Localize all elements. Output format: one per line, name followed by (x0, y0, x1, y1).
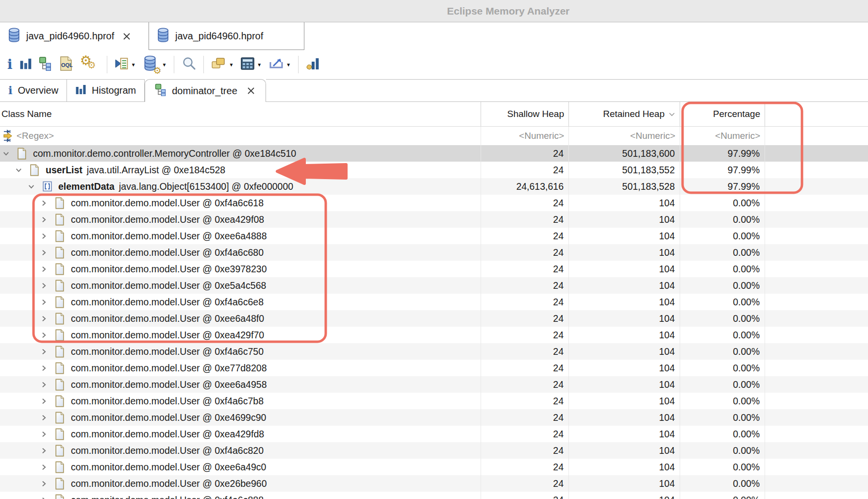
chevron-right-icon[interactable] (39, 462, 49, 472)
object-document-icon (55, 445, 65, 456)
shallow-heap-cell: 24 (481, 310, 569, 327)
class-name-filter-input[interactable]: <Regex> (0, 127, 481, 145)
column-header-class-name[interactable]: Class Name (0, 102, 481, 126)
empty-cell (765, 178, 868, 195)
dominator-tree-button[interactable] (35, 54, 55, 75)
dropdown-arrow-icon[interactable]: ▼ (162, 62, 167, 67)
tree-row[interactable]: userListjava.util.ArrayList @ 0xe184c528… (0, 162, 868, 178)
tab-dominator-tree[interactable]: dominator_tree (145, 79, 266, 102)
empty-cell (765, 492, 868, 499)
dropdown-arrow-icon[interactable]: ▼ (286, 62, 291, 67)
tree-row[interactable]: com.monitor.demo.model.User @ 0xe3978230… (0, 261, 868, 277)
tree-row[interactable]: com.monitor.demo.model.User @ 0xf4a6c618… (0, 195, 868, 211)
percentage-cell: 0.00% (680, 261, 765, 277)
chevron-down-icon[interactable] (1, 149, 11, 158)
tree-row[interactable]: com.monitor.demo.model.User @ 0xea429fd8… (0, 426, 868, 442)
chevron-right-icon[interactable] (39, 264, 49, 274)
chevron-right-icon[interactable] (39, 215, 49, 224)
dropdown-arrow-icon[interactable]: ▼ (257, 62, 262, 67)
toolbar-separator (203, 56, 204, 73)
percentage-filter-input[interactable]: <Numeric> (680, 127, 765, 145)
close-icon[interactable] (246, 86, 256, 96)
chevron-right-icon[interactable] (39, 446, 49, 455)
percentage-cell: 0.00% (680, 426, 765, 442)
retained-heap-cell: 104 (569, 376, 680, 393)
chevron-right-icon[interactable] (39, 396, 49, 406)
empty-cell (765, 145, 868, 162)
tree-row[interactable]: com.monitor.demo.controller.MemoryContro… (0, 145, 868, 162)
tree-row[interactable]: com.monitor.demo.model.User @ 0xea429f70… (0, 327, 868, 343)
export-chart-button[interactable]: ▼ (265, 54, 294, 75)
tree-row[interactable]: com.monitor.demo.model.User @ 0xf4a6c820… (0, 442, 868, 459)
retained-heap-filter-input[interactable]: <Numeric> (569, 127, 680, 145)
heap-actions-button[interactable]: ⚙▼ (139, 54, 170, 75)
chevron-right-icon[interactable] (39, 429, 49, 439)
chevron-right-icon[interactable] (39, 347, 49, 356)
chevron-right-icon[interactable] (39, 198, 49, 208)
chevron-right-icon[interactable] (39, 380, 49, 389)
chevron-right-icon[interactable] (39, 314, 49, 323)
expert-report-button[interactable]: ▼ (111, 54, 139, 75)
tree-row[interactable]: com.monitor.demo.model.User @ 0xf4a6c6e8… (0, 294, 868, 310)
shallow-heap-cell: 24 (481, 277, 569, 294)
tree-row[interactable]: com.monitor.demo.model.User @ 0xe5a4c568… (0, 277, 868, 294)
chevron-right-icon[interactable] (39, 479, 49, 488)
tree-row[interactable]: com.monitor.demo.model.User @ 0xf4a6c750… (0, 343, 868, 360)
column-header-percentage[interactable]: Percentage (680, 102, 765, 126)
grouping-button[interactable]: ▼ (208, 54, 237, 75)
tree-row[interactable]: com.monitor.demo.model.User @ 0xee6a4958… (0, 376, 868, 393)
chevron-down-icon[interactable] (26, 182, 36, 191)
shallow-heap-cell: 24 (481, 195, 569, 211)
column-header-retained-heap[interactable]: Retained Heap (569, 102, 680, 126)
empty-cell (765, 475, 868, 492)
tab-histogram[interactable]: Histogram (67, 79, 145, 102)
chevron-right-icon[interactable] (39, 297, 49, 307)
search-button[interactable] (178, 54, 200, 75)
row-class-label: com.monitor.demo.model.User @ 0xe4699c90 (71, 412, 266, 423)
chevron-right-icon[interactable] (39, 495, 49, 499)
chevron-right-icon[interactable] (39, 363, 49, 373)
tab-overview[interactable]: i Overview (0, 79, 67, 102)
class-name-cell: elementDatajava.lang.Object[6153400] @ 0… (0, 178, 481, 195)
row-class-label: com.monitor.demo.model.User @ 0xea429fd8 (71, 429, 264, 440)
tree-row[interactable]: com.monitor.demo.model.User @ 0xea429f08… (0, 211, 868, 228)
tree-row[interactable]: com.monitor.demo.model.User @ 0xf4a6c680… (0, 244, 868, 261)
row-field-name: userList (46, 165, 83, 176)
chevron-right-icon[interactable] (39, 231, 49, 241)
chevron-right-icon[interactable] (39, 413, 49, 422)
settings-gears-button[interactable]: ⚙⚙ (77, 54, 103, 75)
dropdown-arrow-icon[interactable]: ▼ (131, 62, 136, 67)
tree-row[interactable]: com.monitor.demo.model.User @ 0xf4a6c888… (0, 492, 868, 499)
calculator-icon (240, 57, 255, 72)
tree-row[interactable]: com.monitor.demo.model.User @ 0xee6a48f0… (0, 310, 868, 327)
chevron-right-icon[interactable] (39, 330, 49, 340)
shallow-heap-cell: 24 (481, 228, 569, 244)
shallow-heap-filter-input[interactable]: <Numeric> (481, 127, 569, 145)
tree-row[interactable]: com.monitor.demo.model.User @ 0xe4699c90… (0, 409, 868, 426)
tree-row[interactable]: com.monitor.demo.model.User @ 0xe77d8208… (0, 360, 868, 376)
chevron-down-icon[interactable] (14, 165, 23, 175)
calculator-button[interactable]: ▼ (237, 54, 265, 75)
tree-row[interactable]: com.monitor.demo.model.User @ 0xee6a49c0… (0, 459, 868, 475)
tree-row[interactable]: elementDatajava.lang.Object[6153400] @ 0… (0, 178, 868, 195)
oql-button[interactable]: OQL (55, 54, 77, 75)
shallow-heap-cell: 24 (481, 459, 569, 475)
info-button[interactable]: i (4, 54, 16, 75)
tree-row[interactable]: com.monitor.demo.model.User @ 0xee6a4888… (0, 228, 868, 244)
column-header-empty (765, 102, 868, 126)
percentage-cell: 0.00% (680, 393, 765, 409)
tree-row[interactable]: com.monitor.demo.model.User @ 0xe26be960… (0, 475, 868, 492)
column-header-shallow-heap[interactable]: Shallow Heap (481, 102, 569, 126)
tree-row[interactable]: com.monitor.demo.model.User @ 0xf4a6c7b8… (0, 393, 868, 409)
object-document-icon (55, 296, 65, 308)
chevron-right-icon[interactable] (39, 281, 49, 290)
empty-cell (765, 228, 868, 244)
editor-tab-active[interactable]: java_pid64960.hprof (0, 22, 149, 50)
compare-button[interactable] (302, 54, 324, 75)
close-icon[interactable] (122, 32, 132, 41)
histogram-button[interactable] (16, 54, 35, 75)
dropdown-arrow-icon[interactable]: ▼ (229, 62, 234, 67)
editor-tab-inactive[interactable]: java_pid64960.hprof (149, 22, 304, 50)
chevron-right-icon[interactable] (39, 248, 49, 257)
empty-cell (765, 393, 868, 409)
